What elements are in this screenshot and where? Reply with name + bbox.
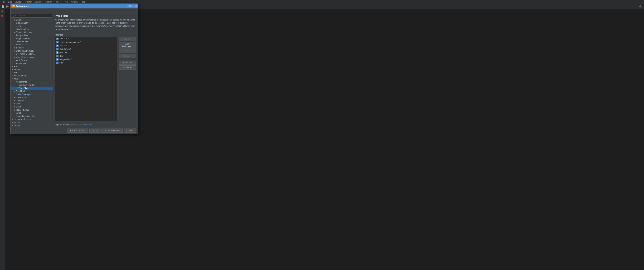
forward-button[interactable]: → — [16, 9, 19, 12]
filter-checkbox-6[interactable] — [56, 58, 58, 60]
tree-item-14[interactable]: Workspace — [10, 62, 53, 65]
tree-label-26: Compiler — [16, 99, 52, 102]
content-description: All types whose fully qualified name mat… — [55, 18, 136, 31]
filter-label-6: org.graalvm.* — [60, 58, 72, 60]
add-button[interactable]: Add... — [118, 37, 136, 41]
tree-label-16: Gradle — [14, 68, 52, 71]
tree-label-6: Project Natures — [16, 37, 52, 40]
restore-defaults-button[interactable]: Restore Defaults — [67, 129, 88, 133]
tree-arrow-3 — [14, 28, 16, 30]
filter-item-0[interactable]: com.sun.* — [55, 37, 117, 40]
tree-label-20: Appearance — [16, 81, 52, 83]
tree-item-3[interactable]: Link Handlers — [10, 28, 53, 31]
tree-label-13: Web Browser — [16, 59, 52, 61]
filter-item-4[interactable]: java.rmi.* — [55, 51, 117, 54]
content-panel: Type Filters All types whose fully quali… — [53, 13, 138, 127]
tree-item-27[interactable]: ▶Debug — [10, 102, 53, 105]
access-restrictions-link[interactable]: access restrictions: — [75, 124, 92, 126]
tree-item-30[interactable]: JUnit — [10, 111, 53, 115]
tree-item-18[interactable]: ▶Install/Update — [10, 74, 53, 77]
tree-item-31[interactable]: Properties Files Ed... — [10, 115, 53, 118]
dialog-footer: Restore Defaults Apply Apply and Close C… — [10, 127, 138, 134]
tree-label-23: Build Path — [16, 90, 52, 92]
tree-item-21[interactable]: Members Sort O... — [10, 83, 53, 87]
tree-arrow-31 — [14, 115, 16, 117]
tree-item-16[interactable]: ▶Gradle — [10, 68, 53, 71]
tree-label-14: Workspace — [16, 62, 52, 64]
tree-item-9[interactable]: ▶Security — [10, 46, 53, 49]
filter-item-7[interactable]: sun.* — [55, 61, 117, 64]
filter-checkbox-2[interactable] — [56, 44, 58, 47]
tree-item-22[interactable]: Type Filters — [10, 87, 53, 90]
filter-item-6[interactable]: org.graalvm.* — [55, 58, 117, 61]
add-packages-button[interactable]: Add Packages... — [118, 42, 136, 48]
tree-filter-input[interactable] — [11, 14, 52, 17]
tree-item-26[interactable]: ▶Compiler — [10, 99, 53, 102]
tree-label-4: Network Connecti... — [16, 31, 52, 33]
preferences-icon-letter: P — [13, 5, 14, 7]
filter-checkbox-5[interactable] — [56, 55, 58, 57]
tree-item-17[interactable]: Help — [10, 71, 53, 74]
tree-label-32: Language Servers — [14, 118, 52, 120]
tree-arrow-7 — [14, 40, 16, 43]
tree-item-23[interactable]: ▶Build Path — [10, 90, 53, 93]
tree-item-11[interactable]: UI Freeze Monitori... — [10, 52, 53, 55]
filter-checkbox-7[interactable] — [56, 62, 58, 64]
disable-all-button[interactable]: Disable All — [118, 65, 136, 69]
tree-item-20[interactable]: ▼Appearance — [10, 80, 53, 83]
filter-checkbox-0[interactable] — [56, 38, 58, 40]
tree-item-12[interactable]: ▶User Storage Servi... — [10, 55, 53, 59]
tree-item-32[interactable]: ▶Language Servers — [10, 118, 53, 121]
tree-label-18: Install/Update — [14, 74, 52, 77]
back-button[interactable]: ← — [12, 9, 15, 12]
content-body: Filter list: com.sun.*io.micrometer.shad… — [53, 32, 138, 122]
edit-button[interactable]: Edit... — [118, 49, 136, 53]
tree-item-4[interactable]: ▶Network Connecti... — [10, 31, 53, 34]
remove-button[interactable]: Remove — [118, 54, 136, 58]
tree-item-8[interactable]: Search — [10, 43, 53, 46]
filter-item-1[interactable]: io.micrometer.shaded.* — [55, 40, 117, 44]
more-options-button[interactable]: ⋮ — [20, 9, 23, 12]
minimize-button[interactable]: − — [127, 5, 130, 7]
tree-item-28[interactable]: ▶Editor — [10, 105, 53, 108]
tree-item-19[interactable]: ▼Java — [10, 77, 53, 80]
tree-label-31: Properties Files Ed... — [16, 115, 52, 117]
tree-item-34[interactable]: ▶Oomph — [10, 124, 53, 127]
tree-label-11: UI Freeze Monitori... — [16, 53, 52, 55]
apply-button[interactable]: Apply — [90, 129, 100, 133]
filter-checkbox-1[interactable] — [56, 41, 58, 43]
tree-item-2[interactable]: Keys — [10, 24, 53, 28]
filter-item-5[interactable]: jdk.* — [55, 54, 117, 58]
tree-item-1[interactable]: Globalization — [10, 21, 53, 24]
filter-item-2[interactable]: java.awt.* — [55, 44, 117, 47]
apply-close-button[interactable]: Apply and Close — [102, 129, 122, 133]
filter-checkbox-4[interactable] — [56, 51, 58, 54]
tree-label-15: Ant — [14, 65, 52, 68]
tree-item-10[interactable]: ▶Startup and Shutd... — [10, 49, 53, 52]
filter-label-4: java.rmi.* — [60, 51, 68, 54]
cancel-button[interactable]: Cancel — [124, 129, 136, 133]
tree-arrow-28: ▶ — [14, 106, 16, 108]
tree-arrow-5 — [14, 34, 16, 36]
tree-arrow-14 — [14, 62, 16, 64]
tree-item-0[interactable]: ▶Editors — [10, 18, 53, 21]
close-button[interactable]: × — [134, 5, 136, 7]
tree-label-21: Members Sort O... — [18, 84, 52, 86]
tree-item-29[interactable]: ▶Installed JREs — [10, 108, 53, 111]
filter-checkbox-3[interactable] — [56, 48, 58, 50]
tree-item-6[interactable]: Project Natures — [10, 37, 53, 40]
tree-arrow-10: ▶ — [14, 50, 16, 52]
tree-item-33[interactable]: ▶Maven — [10, 121, 53, 124]
tree-item-13[interactable]: Web Browser — [10, 59, 53, 62]
tree-item-25[interactable]: ▶Code Style — [10, 96, 53, 99]
filter-item-3[interactable]: java.awt.List — [55, 47, 117, 51]
tree-item-15[interactable]: ▶Ant — [10, 65, 53, 68]
maximize-button[interactable]: □ — [130, 5, 133, 7]
tree-arrow-23: ▶ — [14, 90, 16, 92]
tree-item-24[interactable]: Code Coverage — [10, 93, 53, 96]
tree-item-7[interactable]: Quick Search — [10, 40, 53, 43]
tree-item-5[interactable]: Perspectives — [10, 34, 53, 37]
enable-all-button[interactable]: Enable All — [118, 60, 136, 65]
tree-label-27: Debug — [16, 102, 52, 105]
tree-label-8: Search — [16, 43, 52, 46]
